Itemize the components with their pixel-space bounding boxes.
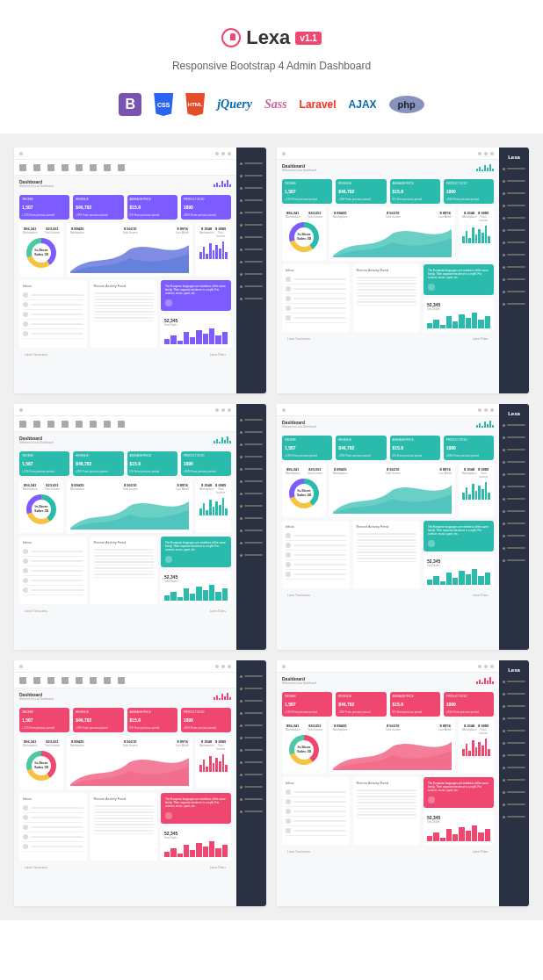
nav-icon[interactable] xyxy=(104,677,111,684)
nav-icon[interactable] xyxy=(104,421,111,428)
avatar[interactable] xyxy=(228,665,231,668)
search-icon[interactable] xyxy=(478,665,481,668)
stat-card[interactable]: REVENUE $46,782 -29% From previous perio… xyxy=(73,451,123,476)
stat-card[interactable]: REVENUE $46,782 -29% From previous perio… xyxy=(73,708,123,732)
sidebar-item[interactable] xyxy=(236,745,266,755)
sidebar-item[interactable] xyxy=(499,249,529,260)
sidebar-item[interactable] xyxy=(236,170,266,181)
sidebar-item[interactable] xyxy=(236,439,266,450)
sidebar-item[interactable] xyxy=(236,757,266,767)
inbox-row[interactable] xyxy=(286,304,346,313)
stat-card[interactable]: ORDERS 1,587 +11% From previous period xyxy=(19,708,69,732)
nav-icon[interactable] xyxy=(118,677,125,684)
dashboard-screenshot[interactable]: Lexa Dashboard Welcome to Lexa Dashboard… xyxy=(277,148,529,393)
nav-icon[interactable] xyxy=(90,677,97,684)
stat-card[interactable]: AVERAGE PRICE $15.9 0% From previous per… xyxy=(127,451,177,476)
avatar[interactable] xyxy=(228,152,231,155)
inbox-row[interactable] xyxy=(286,826,346,836)
stat-card[interactable]: REVENUE $46,782 -29% From previous perio… xyxy=(336,692,386,717)
nav-icon[interactable] xyxy=(62,421,69,428)
stat-card[interactable]: PRODUCT SOLD 1890 +89% From previous per… xyxy=(444,692,494,717)
inbox-row[interactable] xyxy=(23,803,83,813)
nav-icon[interactable] xyxy=(33,164,40,171)
sidebar-item[interactable] xyxy=(499,494,529,504)
sidebar-item[interactable] xyxy=(236,683,266,694)
sidebar-item[interactable] xyxy=(236,501,266,511)
stat-card[interactable]: ORDERS 1,587 +11% From previous period xyxy=(19,451,69,476)
stat-card[interactable]: PRODUCT SOLD 1890 +89% From previous per… xyxy=(181,708,231,732)
stat-card[interactable]: AVERAGE PRICE $15.9 0% From previous per… xyxy=(390,692,440,717)
sidebar-item[interactable] xyxy=(499,738,529,748)
sidebar-item[interactable] xyxy=(499,176,529,186)
menu-icon[interactable] xyxy=(282,152,286,155)
sidebar-item[interactable] xyxy=(499,262,529,272)
sidebar-item[interactable] xyxy=(499,688,529,699)
avatar[interactable] xyxy=(228,408,231,412)
inbox-row[interactable] xyxy=(23,813,83,823)
sidebar-item[interactable] xyxy=(499,530,529,541)
inbox-row[interactable] xyxy=(286,531,346,541)
inbox-row[interactable] xyxy=(286,313,346,323)
inbox-row[interactable] xyxy=(286,797,346,807)
sidebar-item[interactable] xyxy=(499,299,529,309)
nav-icon[interactable] xyxy=(19,164,26,171)
nav-icon[interactable] xyxy=(76,164,83,171)
sidebar-item[interactable] xyxy=(499,213,529,223)
sidebar-item[interactable] xyxy=(236,476,266,486)
nav-icon[interactable] xyxy=(118,164,125,171)
sidebar-item[interactable] xyxy=(499,274,529,285)
sidebar-item[interactable] xyxy=(499,506,529,516)
nav-icon[interactable] xyxy=(118,421,125,428)
stat-card[interactable]: PRODUCT SOLD 1890 +89% From previous per… xyxy=(181,195,231,220)
dashboard-screenshot[interactable]: Dashboard Welcome to Lexa Dashboard ORDE… xyxy=(14,404,266,650)
inbox-row[interactable] xyxy=(286,817,346,826)
sidebar-item[interactable] xyxy=(236,720,266,731)
sidebar-item[interactable] xyxy=(236,256,266,267)
menu-icon[interactable] xyxy=(19,665,23,668)
inbox-row[interactable] xyxy=(286,807,346,817)
dashboard-screenshot[interactable]: Dashboard Welcome to Lexa Dashboard ORDE… xyxy=(14,148,266,393)
menu-icon[interactable] xyxy=(19,152,23,155)
sidebar-item[interactable] xyxy=(499,787,529,797)
sidebar-item[interactable] xyxy=(499,469,529,479)
sidebar-item[interactable] xyxy=(499,518,529,529)
search-icon[interactable] xyxy=(215,152,219,155)
sidebar-item[interactable] xyxy=(236,427,266,437)
nav-icon[interactable] xyxy=(47,421,54,428)
sidebar-item[interactable] xyxy=(236,550,266,560)
avatar[interactable] xyxy=(490,665,494,668)
inbox-row[interactable] xyxy=(23,291,83,300)
sidebar-item[interactable] xyxy=(499,481,529,492)
nav-icon[interactable] xyxy=(76,421,83,428)
sidebar-item[interactable] xyxy=(236,220,266,230)
sidebar-item[interactable] xyxy=(499,200,529,211)
bell-icon[interactable] xyxy=(484,408,488,412)
inbox-row[interactable] xyxy=(286,551,346,560)
sidebar-item[interactable] xyxy=(236,794,266,804)
sidebar-item[interactable] xyxy=(499,225,529,235)
bell-icon[interactable] xyxy=(221,152,225,155)
inbox-row[interactable] xyxy=(23,310,83,320)
search-icon[interactable] xyxy=(215,408,219,412)
stat-card[interactable]: AVERAGE PRICE $15.9 0% From previous per… xyxy=(390,436,440,460)
inbox-row[interactable] xyxy=(23,320,83,329)
inbox-row[interactable] xyxy=(286,294,346,304)
nav-icon[interactable] xyxy=(104,164,111,171)
nav-icon[interactable] xyxy=(76,677,83,684)
nav-icon[interactable] xyxy=(47,164,54,171)
menu-icon[interactable] xyxy=(282,665,286,668)
inbox-row[interactable] xyxy=(23,547,83,557)
nav-icon[interactable] xyxy=(19,421,26,428)
sidebar-item[interactable] xyxy=(236,525,266,536)
nav-icon[interactable] xyxy=(47,677,54,684)
sidebar-item[interactable] xyxy=(499,188,529,198)
sidebar-item[interactable] xyxy=(499,725,529,736)
sidebar-item[interactable] xyxy=(236,244,266,255)
inbox-row[interactable] xyxy=(286,788,346,797)
stat-card[interactable]: ORDERS 1,587 +11% From previous period xyxy=(282,179,332,204)
sidebar-item[interactable] xyxy=(499,811,529,822)
nav-icon[interactable] xyxy=(33,677,40,684)
nav-icon[interactable] xyxy=(90,421,97,428)
inbox-row[interactable] xyxy=(286,541,346,551)
nav-icon[interactable] xyxy=(19,677,26,684)
